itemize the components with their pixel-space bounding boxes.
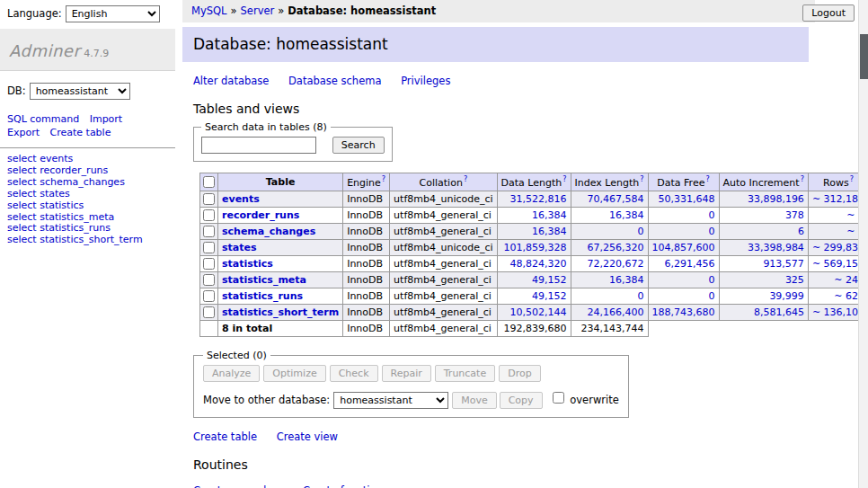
index-length-link[interactable]: 24,166,400 — [588, 306, 644, 318]
nav-database-schema[interactable]: Database schema — [288, 75, 381, 87]
row-checkbox-statistics-meta[interactable] — [203, 274, 215, 286]
check-button[interactable]: Check — [330, 365, 378, 382]
help-link[interactable]: ? — [382, 175, 385, 183]
data-length-link[interactable]: 49,152 — [532, 274, 567, 286]
analyze-button[interactable]: Analyze — [203, 365, 260, 382]
sidebar-select-events[interactable]: select events — [7, 153, 73, 164]
data-length-link[interactable]: 101,859,328 — [504, 242, 567, 253]
auto-increment-link[interactable]: 378 — [785, 209, 804, 221]
auto-increment-link[interactable]: 6 — [798, 226, 804, 237]
sidebar-select-statistics-meta[interactable]: select statistics_meta — [7, 211, 114, 223]
data-free-link[interactable]: 104,857,600 — [652, 242, 715, 253]
help-link[interactable]: ? — [801, 175, 804, 183]
help-link[interactable]: ? — [640, 175, 643, 183]
sidebar-select-states[interactable]: select states — [7, 188, 70, 200]
optimize-button[interactable]: Optimize — [263, 365, 325, 382]
overwrite-checkbox[interactable] — [553, 392, 564, 404]
data-length-link[interactable]: 48,824,320 — [510, 258, 567, 270]
breadcrumb-mysql-link[interactable]: MySQL — [191, 4, 227, 17]
select-all-checkbox[interactable] — [203, 176, 215, 188]
link-create-function[interactable]: Create function — [303, 484, 383, 488]
index-length-link[interactable]: 16,384 — [609, 209, 644, 221]
sidebar-select-statistics-short-term[interactable]: select statistics_short_term — [7, 234, 143, 245]
help-link[interactable]: ? — [850, 175, 854, 183]
move-button[interactable]: Move — [452, 392, 497, 409]
row-checkbox-statistics-short-term[interactable] — [203, 306, 215, 318]
sidebar-action-export[interactable]: Export — [7, 127, 40, 138]
rows-estimate-link[interactable]: ~ 299,833 — [812, 242, 864, 253]
index-length-link[interactable]: 0 — [638, 290, 644, 302]
table-link-statistics-runs[interactable]: statistics_runs — [222, 290, 303, 302]
data-length-link[interactable]: 10,502,144 — [510, 306, 567, 318]
index-length-link[interactable]: 70,467,584 — [588, 193, 644, 205]
auto-increment-link[interactable]: 8,581,645 — [754, 306, 804, 318]
table-link-statistics-short-term[interactable]: statistics_short_term — [222, 306, 339, 318]
language-select[interactable]: English — [66, 5, 160, 22]
table-link-events[interactable]: events — [222, 193, 260, 205]
sidebar-select-statistics[interactable]: select statistics — [7, 200, 84, 211]
link-create-procedure[interactable]: Create procedure — [193, 484, 283, 488]
auto-increment-link[interactable]: 39,999 — [769, 290, 804, 302]
data-free-link[interactable]: 0 — [709, 274, 715, 286]
nav-privileges[interactable]: Privileges — [401, 75, 450, 87]
table-link-schema-changes[interactable]: schema_changes — [222, 226, 315, 237]
row-checkbox-statistics[interactable] — [203, 258, 215, 270]
row-checkbox-states[interactable] — [203, 242, 215, 253]
copy-button[interactable]: Copy — [500, 392, 543, 409]
row-checkbox-events[interactable] — [203, 193, 215, 205]
help-link[interactable]: ? — [464, 175, 467, 183]
col-header-table: Table — [218, 173, 343, 191]
row-checkbox-schema-changes[interactable] — [203, 226, 215, 237]
data-length-link[interactable]: 16,384 — [532, 226, 567, 237]
table-link-recorder-runs[interactable]: recorder_runs — [222, 209, 299, 221]
index-length-link[interactable]: 67,256,320 — [588, 242, 644, 253]
truncate-button[interactable]: Truncate — [435, 365, 495, 382]
repair-button[interactable]: Repair — [382, 365, 431, 382]
link-create-view[interactable]: Create view — [277, 430, 338, 443]
data-length-link[interactable]: 49,152 — [532, 290, 567, 302]
data-free-link[interactable]: 6,291,456 — [665, 258, 715, 270]
data-length-link[interactable]: 31,522,816 — [510, 193, 567, 205]
drop-button[interactable]: Drop — [499, 365, 540, 382]
breadcrumb-server-link[interactable]: Server — [241, 4, 275, 17]
auto-increment-link[interactable]: 33,398,984 — [748, 242, 804, 253]
scrollbar-thumb[interactable] — [860, 34, 868, 79]
data-free-link[interactable]: 50,331,648 — [659, 193, 715, 205]
rows-estimate-link[interactable]: ~ 136,108 — [812, 306, 864, 318]
table-link-statistics[interactable]: statistics — [222, 258, 273, 270]
data-free-link[interactable]: 188,743,680 — [652, 306, 715, 318]
search-input[interactable] — [201, 137, 316, 154]
row-checkbox-recorder-runs[interactable] — [203, 209, 215, 221]
help-link[interactable]: ? — [705, 175, 709, 183]
data-free-link[interactable]: 0 — [709, 209, 715, 221]
cell-engine: InnoDB — [343, 255, 390, 271]
sidebar-select-recorder-runs[interactable]: select recorder_runs — [7, 164, 108, 176]
sidebar-select-statistics-runs[interactable]: select statistics_runs — [7, 222, 111, 234]
table-link-states[interactable]: states — [222, 242, 257, 253]
index-length-link[interactable]: 0 — [638, 226, 644, 237]
sidebar-action-import[interactable]: Import — [90, 113, 123, 125]
search-button[interactable]: Search — [332, 137, 385, 154]
auto-increment-link[interactable]: 33,898,196 — [748, 193, 804, 205]
move-db-select[interactable]: homeassistant — [333, 392, 448, 409]
index-length-link[interactable]: 16,384 — [609, 274, 644, 286]
row-checkbox-statistics-runs[interactable] — [203, 290, 215, 302]
rows-estimate-link[interactable]: ~ 569,159 — [812, 258, 864, 270]
data-length-link[interactable]: 16,384 — [532, 209, 567, 221]
sidebar-action-create-table[interactable]: Create table — [50, 127, 111, 138]
sidebar-select-schema-changes[interactable]: select schema_changes — [7, 176, 125, 188]
vertical-scrollbar[interactable] — [858, 0, 868, 488]
auto-increment-link[interactable]: 913,577 — [763, 258, 804, 270]
rows-estimate-link[interactable]: ~ 312,180 — [812, 193, 864, 205]
data-free-link[interactable]: 0 — [709, 226, 715, 237]
table-link-statistics-meta[interactable]: statistics_meta — [222, 274, 306, 286]
auto-increment-link[interactable]: 325 — [785, 274, 804, 286]
data-free-link[interactable]: 0 — [709, 290, 715, 302]
db-select[interactable]: homeassistant — [30, 83, 130, 100]
index-length-link[interactable]: 72,220,672 — [588, 258, 644, 270]
logout-button[interactable]: Logout — [802, 4, 855, 22]
link-create-table[interactable]: Create table — [193, 430, 257, 443]
help-link[interactable]: ? — [562, 175, 566, 183]
sidebar-action-sql-command[interactable]: SQL command — [7, 113, 79, 125]
nav-alter-database[interactable]: Alter database — [193, 75, 269, 87]
